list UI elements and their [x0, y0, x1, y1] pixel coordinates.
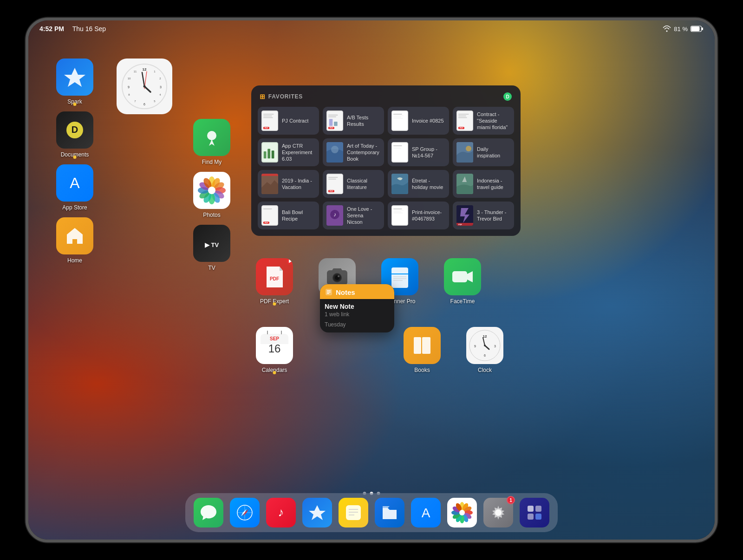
fav-item-11[interactable]: Étretat - holiday movie: [388, 170, 449, 198]
dock-music[interactable]: ♪: [266, 498, 296, 527]
photos-label: Photos: [203, 212, 220, 218]
app-icon-pdfexpert[interactable]: PDF ▶ PDF Expert: [256, 258, 293, 305]
dock-notes[interactable]: [339, 498, 368, 527]
notes-widget-header: Notes: [320, 284, 394, 299]
fav-thumb-4: PDF: [457, 111, 473, 131]
clock-mini-logo: 12 3 6 9: [469, 329, 501, 362]
dock-appstore[interactable]: A: [411, 498, 441, 527]
svg-rect-98: [272, 150, 274, 158]
app-icon-appstore[interactable]: A App Store: [56, 164, 93, 211]
spark-dot: [73, 103, 77, 106]
fav-thumb-5: [262, 142, 278, 163]
fav-item-7[interactable]: SP Group - №14-567: [388, 138, 449, 166]
fav-item-16[interactable]: PDF 3 - Thunder - Trevor Bird: [453, 202, 514, 229]
scanner-logo: [388, 265, 412, 289]
app-icon-facetime[interactable]: FaceTime: [444, 258, 481, 305]
fav-name-14: One Love - Serena Nicson: [347, 206, 380, 226]
app-icon-findmy[interactable]: Find My: [193, 119, 230, 165]
svg-rect-102: [393, 145, 402, 146]
svg-text:9: 9: [474, 345, 476, 348]
ipad-frame: 4:52 PM Thu 16 Sep 81 % 12: [26, 18, 717, 542]
notes-note-subtitle: 1 web link: [325, 311, 390, 318]
dock-messages[interactable]: [194, 498, 223, 527]
app-icon-calendars[interactable]: SEP 16 Calendars: [256, 327, 293, 373]
svg-rect-109: [261, 174, 278, 176]
fav-item-10[interactable]: PDF Classical literature: [323, 170, 384, 198]
fav-thumb-15: [392, 205, 408, 226]
home-label: Home: [67, 257, 82, 264]
svg-text:PDF: PDF: [265, 127, 268, 129]
app-icon-home[interactable]: Home: [56, 217, 93, 264]
app-row-books: Books 12 3 6 9 Clock: [404, 327, 503, 373]
fav-name-12: Indonesia - travel guide: [477, 177, 510, 191]
app-col-3: Find My: [193, 59, 230, 271]
app-icon-tv[interactable]: ▶ TV TV: [193, 225, 230, 271]
fav-item-2[interactable]: PDF A/B Tests Results: [323, 107, 384, 135]
app-icon-books[interactable]: Books: [404, 327, 441, 373]
status-bar: 4:52 PM Thu 16 Sep 81 %: [28, 20, 715, 37]
fav-item-9[interactable]: 2019 - India - Vacation: [258, 170, 319, 198]
photos-logo: [198, 176, 226, 204]
dock-multiplex[interactable]: [520, 498, 549, 527]
fav-thumb-11: [391, 174, 408, 194]
fav-item-8[interactable]: Daily inspiration: [453, 138, 514, 166]
dock-spark[interactable]: [302, 498, 332, 527]
fav-item-1[interactable]: PDF PJ Contract: [258, 107, 319, 135]
notes-note-date: Tuesday: [325, 321, 390, 328]
spark-logo: [63, 65, 86, 89]
dock-settings[interactable]: 1: [483, 498, 513, 527]
notes-widget[interactable]: Notes New Note 1 web link Tuesday: [320, 284, 394, 332]
facetime-logo: [450, 265, 475, 289]
tv-label: TV: [208, 265, 215, 271]
app-icon-photos[interactable]: Photos: [193, 172, 230, 218]
fav-item-6[interactable]: Art of Today - Contemporary Book: [323, 138, 384, 166]
fav-name-9: 2019 - India - Vacation: [282, 177, 315, 191]
fav-item-4[interactable]: PDF Contract - "Seaside miami florida": [453, 107, 514, 135]
svg-rect-79: [328, 117, 336, 117]
app-icon-documents[interactable]: D Documents: [56, 111, 93, 158]
battery-percent: 81 %: [674, 26, 688, 33]
fav-thumb-12: [456, 174, 473, 194]
svg-rect-112: [328, 179, 336, 180]
calendars-logo: SEP 16: [258, 329, 291, 362]
facetime-label: FaceTime: [450, 298, 475, 305]
pdfexpert-logo: PDF: [262, 264, 287, 290]
fav-item-5[interactable]: App CTR Expereriment 6.03: [258, 138, 319, 166]
fav-item-13[interactable]: PDF Bali Bowl Recipe: [258, 202, 319, 229]
fav-item-3[interactable]: Invoice #0825: [388, 107, 449, 135]
svg-rect-80: [329, 119, 333, 126]
svg-text:10: 10: [128, 77, 131, 80]
notes-widget-title: Notes: [336, 288, 355, 296]
fav-thumb-2: PDF: [327, 111, 343, 131]
svg-text:♪: ♪: [333, 211, 336, 218]
svg-text:▶ TV: ▶ TV: [205, 241, 219, 248]
svg-rect-87: [393, 117, 401, 117]
dock-safari[interactable]: [230, 498, 260, 527]
clock-widget[interactable]: 12 3 6 9 1 2 4 5 7 8 10 11: [117, 59, 172, 114]
app-icon-spark[interactable]: Spark: [56, 59, 93, 105]
favorites-panel: ⊞ FAVORITES D PDF: [251, 85, 521, 236]
settings-logo: [489, 503, 508, 522]
fav-item-14[interactable]: ♪ One Love - Serena Nicson: [323, 202, 384, 229]
fav-name-11: Étretat - holiday movie: [412, 177, 445, 191]
dock-files[interactable]: [375, 498, 404, 527]
fav-item-15[interactable]: Print-invoice-#0467893: [388, 202, 449, 229]
svg-rect-163: [528, 506, 534, 512]
notes-widget-body: New Note 1 web link Tuesday: [320, 299, 394, 332]
app-icon-clock[interactable]: 12 3 6 9 Clock: [466, 327, 503, 373]
battery-icon: [691, 26, 704, 32]
spark-dock-logo: [308, 503, 326, 522]
fav-thumb-10: PDF: [327, 174, 343, 194]
svg-text:3: 3: [494, 345, 496, 348]
svg-rect-50: [452, 271, 467, 282]
dock-photos[interactable]: [447, 498, 477, 527]
fav-name-7: SP Group - №14-567: [412, 146, 445, 159]
home-logo: [63, 224, 86, 247]
svg-rect-1: [702, 27, 703, 30]
svg-marker-20: [64, 68, 85, 87]
fav-item-12[interactable]: Indonesia - travel guide: [453, 170, 514, 198]
fav-name-15: Print-invoice-#0467893: [412, 209, 445, 222]
fav-thumb-8: [456, 142, 473, 163]
calendars-dot: [273, 371, 276, 374]
fav-name-4: Contract - "Seaside miami florida": [477, 111, 510, 131]
